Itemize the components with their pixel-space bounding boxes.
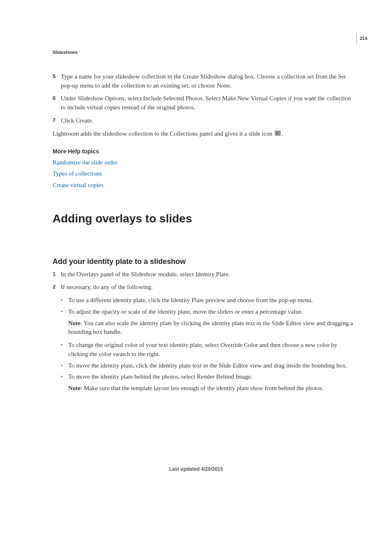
bullet-dot: • [61,372,68,382]
bullet-item: • To use a different identity plate, cli… [61,296,357,305]
step-text: Type a name for your slideshow collectio… [61,72,357,90]
step-text: If necessary, do any of the following: [61,283,357,292]
bullet-text: To move the identity plate, click the id… [68,361,357,370]
note: Note: Make sure that the template layout… [68,384,357,393]
bullet-dot: • [61,361,68,370]
step-number: 2 [53,283,61,292]
step-number: 5 [53,72,61,90]
bullet-dot: • [61,341,68,359]
topic-heading: Adding overlays to slides [53,210,357,227]
page-content: 214 Slideshows 5 Type a name for your sl… [0,0,392,489]
paragraph: Lightroom adds the slideshow collection … [53,130,357,139]
note: Note: You can also scale the identity pl… [68,319,357,337]
substep-1: 1 In the Overlays panel of the Slideshow… [53,270,357,279]
bullet-item: • To change the original color of your t… [61,341,357,359]
step-text: In the Overlays panel of the Slideshow m… [61,270,357,279]
section-header: Slideshows [53,49,357,56]
step-text: Under Slideshow Options, select Include … [61,94,357,112]
subtopic-heading: Add your identity plate to a slideshow [53,256,357,267]
bullet-dot: • [61,296,68,305]
note-label: Note [68,385,81,391]
bullet-dot: • [61,308,68,317]
bullet-text: To change the original color of your tex… [68,341,357,359]
note-text: : You can also scale the identity plate … [68,320,353,335]
bullet-item: • To move the identity plate, click the … [61,361,357,370]
bullet-text: To adjust the opacity or scale of the id… [68,308,357,317]
step-number: 7 [53,116,61,125]
step-6: 6 Under Slideshow Options, select Includ… [53,94,357,112]
step-5: 5 Type a name for your slideshow collect… [53,72,357,90]
note-text: : Make sure that the template layout let… [81,385,324,391]
bullet-item: • To adjust the opacity or scale of the … [61,308,357,317]
text-pre-icon: Lightroom adds the slideshow collection … [53,130,274,137]
bullet-text: To move the identity plate behind the ph… [68,372,357,382]
bullet-text: To use a different identity plate, click… [68,296,357,305]
step-text: Click Create. [61,116,357,125]
step-7: 7 Click Create. [53,116,357,125]
substep-2: 2 If necessary, do any of the following: [53,283,357,292]
link-create-virtual-copies[interactable]: Create virtual copies [53,181,357,190]
footer-last-updated: Last updated 4/20/2015 [0,466,392,473]
step-number: 6 [53,94,61,112]
bullet-item: • To move the identity plate behind the … [61,372,357,382]
more-help-heading: More Help topics [53,147,357,155]
text-post-icon: . [281,130,283,137]
page-number: 214 [356,33,367,44]
note-label: Note [68,320,81,326]
link-randomize-slide-order[interactable]: Randomize the slide order [53,158,357,167]
link-types-of-collections[interactable]: Types of collections [53,169,357,178]
slide-icon [275,131,281,136]
step-number: 1 [53,270,61,279]
